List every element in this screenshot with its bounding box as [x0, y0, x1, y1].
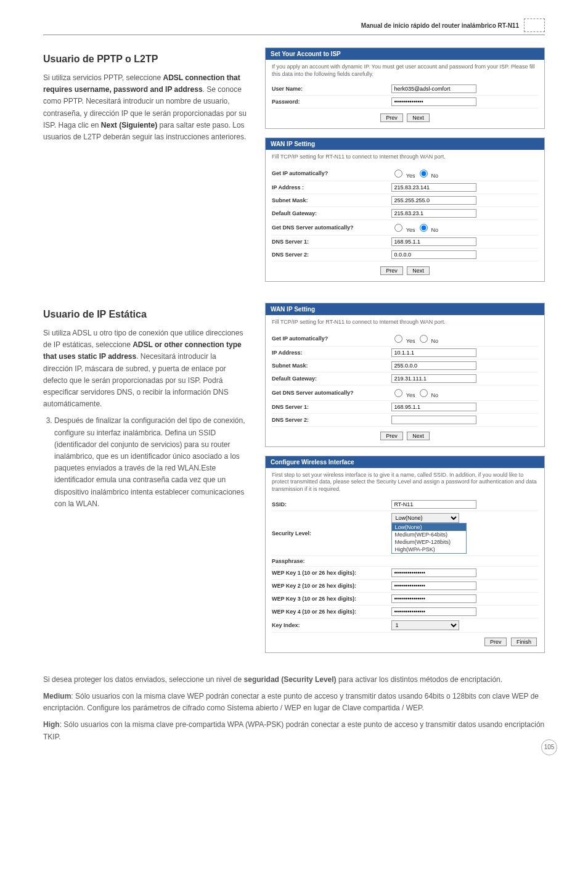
- gw-input[interactable]: [391, 209, 476, 218]
- dropdown-opt-high[interactable]: High(WPA-PSK): [392, 546, 466, 553]
- dropdown-opt-med64[interactable]: Medium(WEP-64bits): [392, 531, 466, 538]
- dnsauto-no[interactable]: [420, 224, 428, 232]
- keyidx-select[interactable]: 1: [391, 620, 459, 630]
- dnsauto-label: Get DNS Server automatically?: [272, 224, 391, 231]
- dns2-label: DNS Server 2:: [272, 252, 391, 258]
- mask-input-2[interactable]: [391, 361, 476, 370]
- dnsauto-yes[interactable]: [394, 224, 402, 232]
- gw-label-2: Default Gateway:: [272, 376, 391, 382]
- panel1-desc: If you apply an account with dynamic IP.…: [272, 64, 538, 78]
- user-name-label: User Name:: [272, 86, 391, 92]
- auto-ip-yes[interactable]: [394, 170, 402, 178]
- mask-input[interactable]: [391, 196, 476, 205]
- page-header: Manual de inicio rápido del router inalá…: [43, 18, 545, 35]
- panel-wan-ip-1: WAN IP Setting Fill TCP/IP setting for R…: [265, 138, 545, 282]
- dns2-input-2[interactable]: [391, 416, 476, 424]
- asus-logo-icon: [524, 18, 545, 32]
- security-level-dropdown[interactable]: Low(None) Medium(WEP-64bits) Medium(WEP-…: [391, 523, 467, 554]
- pptp-heading: Usuario de PPTP o L2TP: [43, 54, 247, 65]
- panel-wan-ip-2: WAN IP Setting Fill TCP/IP setting for R…: [265, 303, 545, 447]
- wep2-input[interactable]: [391, 581, 476, 590]
- dropdown-opt-low[interactable]: Low(None): [392, 524, 466, 531]
- panel-set-account-title: Set Your Account to ISP: [266, 48, 544, 60]
- ssid-label: SSID:: [272, 501, 391, 507]
- finish-button[interactable]: Finish: [511, 638, 537, 646]
- wep1-input[interactable]: [391, 569, 476, 577]
- panel4-desc: First step to set your wireless interfac…: [272, 472, 538, 493]
- auto-ip-no-2[interactable]: [420, 335, 428, 343]
- user-name-input[interactable]: [391, 84, 476, 93]
- dns1-label: DNS Server 1:: [272, 239, 391, 245]
- ip-label-2: IP Address:: [272, 350, 391, 356]
- ssid-input[interactable]: [391, 500, 476, 509]
- wep2-label: WEP Key 2 (10 or 26 hex digits):: [272, 583, 391, 589]
- passphrase-label: Passphrase:: [272, 558, 391, 564]
- mask-label-2: Subnet Mask:: [272, 363, 391, 369]
- gw-label: Default Gateway:: [272, 210, 391, 216]
- ip-input[interactable]: [391, 183, 476, 192]
- step-list: Después de finalizar la configuración de…: [43, 415, 247, 510]
- dns2-label-2: DNS Server 2:: [272, 417, 391, 423]
- auto-ip-no[interactable]: [420, 170, 428, 178]
- dropdown-opt-med128[interactable]: Medium(WEP-128bits): [392, 538, 466, 546]
- security-level-select[interactable]: Low(None): [391, 513, 459, 523]
- keyidx-label: Key Index:: [272, 622, 391, 628]
- auto-ip-yes-2[interactable]: [394, 335, 402, 343]
- wep3-input[interactable]: [391, 594, 476, 603]
- prev-button[interactable]: Prev: [484, 638, 507, 646]
- gw-input-2[interactable]: [391, 374, 476, 383]
- password-label: Password:: [272, 99, 391, 105]
- mask-label: Subnet Mask:: [272, 197, 391, 203]
- next-button[interactable]: Next: [407, 113, 430, 122]
- dns1-input-2[interactable]: [391, 403, 476, 411]
- dnsauto-yes-2[interactable]: [394, 389, 402, 397]
- dnsauto-no-2[interactable]: [420, 389, 428, 397]
- panel-wan1-title: WAN IP Setting: [266, 138, 544, 150]
- panel-set-account: Set Your Account to ISP If you apply an …: [265, 47, 545, 129]
- static-ip-body: Si utiliza ADSL u otro tipo de conexión …: [43, 327, 247, 410]
- panel-wireless-title: Configure Wireless Interface: [266, 456, 544, 468]
- wep4-input[interactable]: [391, 607, 476, 616]
- wep3-label: WEP Key 3 (10 or 26 hex digits):: [272, 596, 391, 602]
- panel2-desc: Fill TCP/IP setting for RT-N11 to connec…: [272, 154, 538, 161]
- ip-label: IP Address :: [272, 184, 391, 191]
- prev-button[interactable]: Prev: [380, 113, 403, 122]
- panel-wan2-title: WAN IP Setting: [266, 303, 544, 315]
- auto-ip-label-2: Get IP automatically?: [272, 335, 391, 342]
- security-level-label: Security Level:: [272, 530, 391, 536]
- page-number: 105: [541, 739, 557, 755]
- static-ip-heading: Usuario de IP Estática: [43, 309, 247, 320]
- wep1-label: WEP Key 1 (10 or 26 hex digits):: [272, 570, 391, 576]
- dns2-input[interactable]: [391, 250, 476, 259]
- step-3: Después de finalizar la configuración de…: [54, 415, 247, 510]
- pptp-body: Si utiliza servicios PPTP, seleccione AD…: [43, 72, 247, 143]
- bottom-text: Si desea proteger los datos enviados, se…: [43, 674, 545, 743]
- panel3-desc: Fill TCP/IP setting for RT-N11 to connec…: [272, 319, 538, 326]
- password-input[interactable]: [391, 97, 476, 106]
- dns1-label-2: DNS Server 1:: [272, 404, 391, 410]
- ip-input-2[interactable]: [391, 348, 476, 357]
- dns1-input[interactable]: [391, 237, 476, 246]
- panel-configure-wireless: Configure Wireless Interface First step …: [265, 456, 545, 653]
- wep4-label: WEP Key 4 (10 or 26 hex digits):: [272, 609, 391, 615]
- auto-ip-label: Get IP automatically?: [272, 170, 391, 176]
- dnsauto-label-2: Get DNS Server automatically?: [272, 390, 391, 396]
- next-button[interactable]: Next: [407, 432, 430, 440]
- header-title: Manual de inicio rápido del router inalá…: [361, 22, 519, 29]
- prev-button[interactable]: Prev: [380, 266, 403, 275]
- prev-button[interactable]: Prev: [380, 432, 403, 440]
- next-button[interactable]: Next: [407, 266, 430, 275]
